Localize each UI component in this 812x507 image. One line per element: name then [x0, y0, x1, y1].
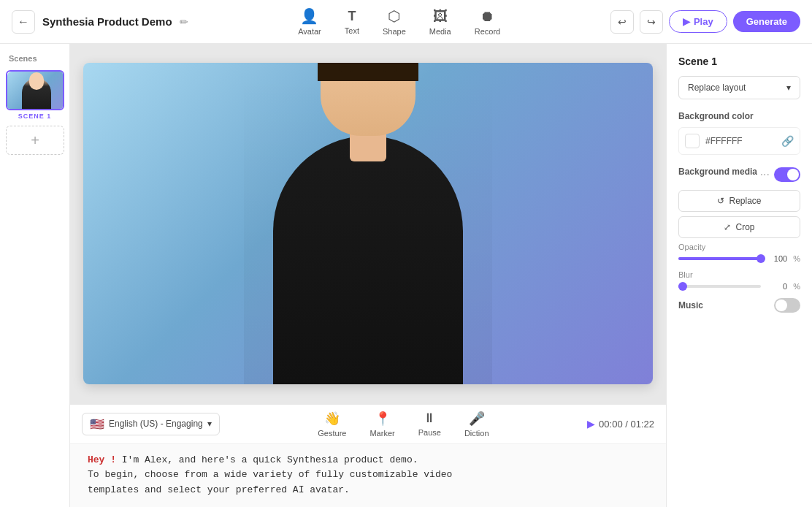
add-scene-button[interactable]: + [6, 126, 64, 155]
script-line3: templates and select your preferred AI a… [88, 484, 350, 495]
media-icon: 🖼 [433, 8, 448, 25]
opacity-slider-row: Opacity 100 % [678, 243, 800, 263]
back-icon: ← [18, 15, 29, 28]
pause-label: Pause [418, 428, 441, 437]
record-icon: ⏺ [480, 8, 494, 25]
tool-gesture[interactable]: 👋 Gesture [318, 411, 346, 438]
opacity-control: 100 % [678, 254, 800, 263]
diction-label: Diction [464, 429, 489, 438]
diction-icon: 🎤 [469, 411, 485, 427]
color-row: #FFFFFF 🔗 [678, 127, 800, 155]
redo-button[interactable]: ↪ [640, 10, 663, 34]
avatar-container [244, 70, 492, 384]
script-line1: I'm Alex, and here's a quick Synthesia p… [116, 454, 418, 465]
bottom-tools: 👋 Gesture 📍 Marker ⏸ Pause 🎤 Diction [226, 411, 581, 438]
canvas-area: 🇺🇸 English (US) - Engaging ▾ 👋 Gesture 📍… [70, 44, 666, 507]
crop-button[interactable]: ⤢ Crop [678, 216, 800, 238]
tool-marker[interactable]: 📍 Marker [369, 411, 394, 438]
music-toggle-knob [775, 300, 787, 311]
play-icon: ▶ [683, 16, 690, 27]
blur-thumb[interactable] [678, 282, 687, 291]
crop-btn-label: Crop [735, 222, 754, 232]
replace-layout-chevron: ▾ [786, 83, 791, 93]
lang-label: English (US) - Engaging [109, 419, 203, 429]
play-label: Play [694, 16, 713, 27]
bg-media-toggle[interactable] [774, 167, 800, 182]
avatar-icon: 👤 [300, 7, 318, 25]
script-line2: To begin, choose from a wide variety of … [88, 469, 452, 480]
undo-button[interactable]: ↩ [610, 10, 634, 34]
avatar-eye-left [339, 66, 353, 72]
topbar-right: ↩ ↪ ▶ Play Generate [610, 10, 800, 34]
topbar: ← Synthesia Product Demo ✏ 👤 Avatar T Te… [0, 0, 812, 44]
avatar-hair [318, 63, 418, 81]
crop-btn-icon: ⤢ [724, 222, 731, 232]
avatar-head [321, 63, 415, 136]
tool-media[interactable]: 🖼 Media [429, 8, 451, 36]
project-title: Synthesia Product Demo [42, 15, 172, 28]
tool-text[interactable]: T Text [345, 9, 359, 35]
script-highlight: Hey ! [88, 454, 116, 465]
avatar-figure [251, 77, 485, 384]
tool-avatar-label: Avatar [298, 27, 321, 36]
opacity-fill [678, 257, 761, 260]
music-toggle[interactable] [774, 298, 800, 313]
marker-label: Marker [369, 429, 394, 438]
sidebar: Scenes SCENE 1 + [0, 44, 70, 507]
edit-icon[interactable]: ✏ [180, 16, 188, 28]
opacity-thumb[interactable] [757, 254, 765, 263]
color-link-icon[interactable]: 🔗 [781, 135, 794, 147]
flag-icon: 🇺🇸 [90, 417, 104, 431]
tool-record-label: Record [475, 27, 500, 36]
color-hex-value: #FFFFFF [705, 136, 775, 146]
script-area[interactable]: Hey ! I'm Alex, and here's a quick Synth… [70, 444, 666, 507]
tool-text-label: Text [345, 26, 359, 35]
pause-icon: ⏸ [423, 411, 436, 426]
tool-diction[interactable]: 🎤 Diction [464, 411, 489, 438]
tool-pause[interactable]: ⏸ Pause [418, 411, 441, 437]
generate-button[interactable]: Generate [733, 11, 800, 32]
opacity-unit: % [793, 254, 800, 263]
main-canvas[interactable] [83, 63, 653, 384]
tool-avatar[interactable]: 👤 Avatar [298, 7, 321, 36]
topbar-tools: 👤 Avatar T Text ⬡ Shape 🖼 Media ⏺ Record [200, 7, 599, 36]
color-swatch[interactable] [685, 134, 700, 148]
topbar-left: ← Synthesia Product Demo ✏ [12, 10, 188, 34]
timer-play-icon: ▶ [587, 418, 595, 430]
add-scene-icon: + [31, 132, 39, 149]
replace-btn-icon: ↺ [717, 196, 724, 206]
scene-1-thumbnail[interactable] [6, 70, 64, 110]
back-button[interactable]: ← [12, 10, 35, 34]
thumb-content [15, 74, 58, 110]
tool-shape[interactable]: ⬡ Shape [383, 7, 406, 36]
language-selector[interactable]: 🇺🇸 English (US) - Engaging ▾ [82, 413, 220, 435]
bottom-panel: 🇺🇸 English (US) - Engaging ▾ 👋 Gesture 📍… [70, 404, 666, 507]
bg-media-controls: ··· [760, 167, 800, 182]
text-icon: T [348, 9, 356, 24]
replace-layout-button[interactable]: Replace layout ▾ [678, 76, 800, 99]
generate-label: Generate [746, 16, 787, 27]
replace-btn-label: Replace [729, 196, 761, 206]
gesture-label: Gesture [318, 429, 346, 438]
blur-label: Blur [678, 270, 800, 279]
replace-button[interactable]: ↺ Replace [678, 190, 800, 212]
bg-color-label: Background color [678, 111, 800, 121]
gesture-icon: 👋 [324, 411, 340, 427]
blur-track[interactable] [678, 285, 761, 288]
opacity-track[interactable] [678, 257, 761, 260]
scene-1-label: SCENE 1 [6, 113, 64, 120]
play-button[interactable]: ▶ Play [669, 10, 727, 33]
tool-record[interactable]: ⏺ Record [475, 8, 500, 36]
bg-media-dots-button[interactable]: ··· [760, 168, 770, 181]
timer-value: 00:00 / 01:22 [599, 419, 654, 430]
bottom-toolbar: 🇺🇸 English (US) - Engaging ▾ 👋 Gesture 📍… [70, 405, 666, 444]
scene-thumb-bg [7, 72, 64, 110]
canvas-wrapper [70, 44, 666, 404]
scene-panel-title: Scene 1 [678, 56, 800, 67]
shape-icon: ⬡ [388, 7, 400, 25]
tool-shape-label: Shape [383, 27, 406, 36]
bg-media-label: Background media [678, 167, 757, 177]
lang-chevron-icon: ▾ [207, 419, 212, 429]
blur-slider-row: Blur 0 % [678, 270, 800, 291]
marker-icon: 📍 [375, 411, 391, 427]
